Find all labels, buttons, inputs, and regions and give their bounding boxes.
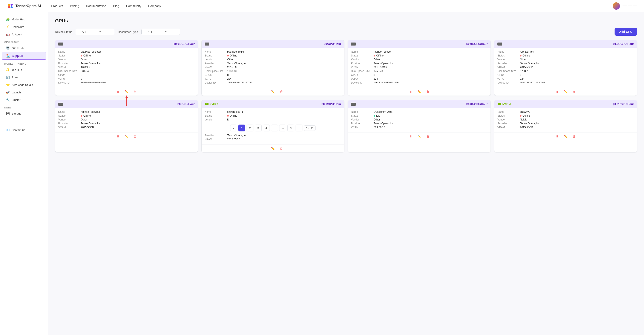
delete-button-1[interactable]: 🗑 <box>134 90 136 93</box>
delete-button-5[interactable]: 🗑 <box>134 135 136 138</box>
sidebar-item-storage[interactable]: 💾 Storage <box>2 110 46 117</box>
prev-page-btn[interactable]: ‹ <box>230 125 237 131</box>
delete-button-7[interactable]: 🗑 <box>426 135 429 138</box>
nav-blog[interactable]: Blog <box>113 4 119 8</box>
delete-button-6[interactable]: 🗑 <box>280 147 283 150</box>
sidebar-label-endpoints: Endpoints <box>12 25 24 28</box>
nav-documentation[interactable]: Documentation <box>86 4 106 8</box>
nav-community[interactable]: Community <box>126 4 142 8</box>
nav-pricing[interactable]: Pricing <box>70 4 79 8</box>
pause-button-5[interactable]: ⏸ <box>116 135 120 138</box>
sidebar-item-gpu-hub[interactable]: 🖥️ GPU Hub <box>2 44 46 52</box>
next-page-btn[interactable]: › <box>296 125 302 131</box>
device-status-label: Device Status <box>55 30 72 33</box>
nvidia-icon-6 <box>205 103 209 106</box>
card-vram-3: 2015.56GB <box>374 66 387 69</box>
sidebar-item-contact-us[interactable]: 📧 Contact Us <box>2 126 46 134</box>
sidebar-label-ai-agent: AI Agent <box>12 33 22 36</box>
sidebar-label-zero-code: Zero-code Studio <box>12 83 33 86</box>
card-price-2: $0/GPU/Hour <box>324 42 341 45</box>
status-dot-5 <box>81 115 82 117</box>
resources-type-select[interactable]: — ALL — ▼ <box>142 29 180 35</box>
card-actions-5: ⏸ ✏️ 🗑 <box>55 132 198 140</box>
page-ellipsis: ··· <box>279 125 286 131</box>
card-vendor-1: Other <box>81 58 87 61</box>
sidebar-item-runs[interactable]: 🔄 Runs <box>2 74 46 81</box>
card-status-5: Offline <box>84 114 91 117</box>
page-btn-2[interactable]: 2 <box>246 125 254 131</box>
card-price-1: $0.01/GPU/Hour <box>174 42 195 45</box>
card-status-2: Offline <box>230 54 237 57</box>
svg-point-3 <box>10 6 13 8</box>
vcpu-label-1: vCPU <box>58 77 81 80</box>
card-body-5: Nameraphael_platypus StatusOffline Vendo… <box>55 108 198 132</box>
edit-button-8[interactable]: ✏️ <box>564 135 568 138</box>
page-btn-4[interactable]: 4 <box>263 125 270 131</box>
card-provider-1: TensorOpera, Inc <box>81 62 100 65</box>
sidebar-item-ai-agent[interactable]: 🤖 AI Agent <box>2 31 46 38</box>
card-vcpu-3: 224 <box>374 77 378 80</box>
pause-button-2[interactable]: ⏸ <box>263 90 266 93</box>
edit-button-1[interactable]: ✏️ <box>125 90 128 93</box>
edit-button-4[interactable]: ✏️ <box>564 90 568 93</box>
user-avatar[interactable] <box>612 2 620 10</box>
sidebar-item-zero-code-studio[interactable]: ⭐ Zero-code Studio <box>2 81 46 88</box>
card-body-3: Nameraphael_beaver StatusOffline VendorO… <box>348 48 490 88</box>
nav-products[interactable]: Products <box>51 4 63 8</box>
card-disk-2: 1758.73 <box>227 70 236 73</box>
svg-marker-5 <box>125 95 128 98</box>
sidebar-item-supplier[interactable]: 🏪 Supplier <box>2 52 46 60</box>
card-vendor-8: Nvidia <box>520 118 527 121</box>
per-page-select[interactable]: 12 ▼ <box>304 125 316 131</box>
card-header-4: $0.01/GPU/Hour <box>494 40 637 48</box>
pause-button-7[interactable]: ⏸ <box>409 135 412 138</box>
edit-button-5[interactable]: ✏️ <box>125 135 128 138</box>
delete-button-3[interactable]: 🗑 <box>426 90 429 93</box>
card-vendor-5: Other <box>81 118 87 121</box>
gpu-card-3: $0.01/GPU/Hour Nameraphael_beaver Status… <box>348 40 491 96</box>
card-device-id-3: 1867114045136572436 <box>374 81 398 84</box>
sidebar-item-endpoints[interactable]: ⚡ Endpoints <box>2 23 46 30</box>
edit-button-7[interactable]: ✏️ <box>418 135 421 138</box>
page-btn-5[interactable]: 5 <box>271 125 278 131</box>
card-actions-8: ⏸ ✏️ 🗑 <box>494 132 637 140</box>
storage-icon: 💾 <box>6 112 10 115</box>
svg-rect-7 <box>500 103 501 105</box>
card-provider-3: TensorOpera, Inc <box>374 62 393 65</box>
edit-button-3[interactable]: ✏️ <box>418 90 421 93</box>
card-actions-6: ⏸ ✏️ 🗑 <box>202 144 344 152</box>
gpu-card-1: $0.01/GPU/Hour Namepaulklee_alligator St… <box>55 40 198 96</box>
pause-button-3[interactable]: ⏸ <box>409 90 412 93</box>
nav-links: Products Pricing Documentation Blog Comm… <box>51 4 612 8</box>
page-btn-3[interactable]: 3 <box>255 125 262 131</box>
job-hub-icon: ✨ <box>6 68 10 71</box>
sidebar-item-cluster[interactable]: 🔧 Cluster <box>2 96 46 103</box>
nav-company[interactable]: Company <box>148 4 161 8</box>
sidebar-item-model-hub[interactable]: 🧩 Model Hub <box>2 16 46 23</box>
sidebar: 🧩 Model Hub ⚡ Endpoints 🤖 AI Agent GPU C… <box>0 12 48 335</box>
add-gpu-button[interactable]: Add GPU <box>614 28 637 36</box>
vendor-label-1: Vendor <box>58 58 81 61</box>
sidebar-item-job-hub[interactable]: ✨ Job Hub <box>2 66 46 73</box>
sidebar-label-cluster: Cluster <box>12 98 20 102</box>
edit-button-6[interactable]: ✏️ <box>271 147 275 150</box>
delete-button-2[interactable]: 🗑 <box>280 90 283 93</box>
page-btn-1[interactable]: 1 <box>238 125 245 131</box>
pause-button-6[interactable]: ⏸ <box>263 147 266 150</box>
delete-button-4[interactable]: 🗑 <box>573 90 576 93</box>
logo[interactable]: TensorOpera AI <box>7 2 41 9</box>
device-status-select[interactable]: — ALL — ▼ <box>76 29 114 35</box>
pause-button-1[interactable]: ⏸ <box>116 90 120 93</box>
card-device-id-2: 1869659324721270786 <box>227 81 252 84</box>
page-btn-9[interactable]: 9 <box>288 125 294 131</box>
nav-bars[interactable] <box>622 5 637 6</box>
card-vendor-4: Other <box>520 58 526 61</box>
pause-button-4[interactable]: ⏸ <box>556 90 559 93</box>
edit-button-2[interactable]: ✏️ <box>271 90 275 93</box>
card-disk-1: 931.64 <box>81 70 89 73</box>
sidebar-item-launch[interactable]: 🚀 Launch <box>2 89 46 96</box>
card-price-7: $0.01/GPU/Hour <box>466 102 488 106</box>
zero-code-icon: ⭐ <box>6 83 10 86</box>
pause-button-8[interactable]: ⏸ <box>556 135 559 138</box>
delete-button-8[interactable]: 🗑 <box>573 135 576 138</box>
